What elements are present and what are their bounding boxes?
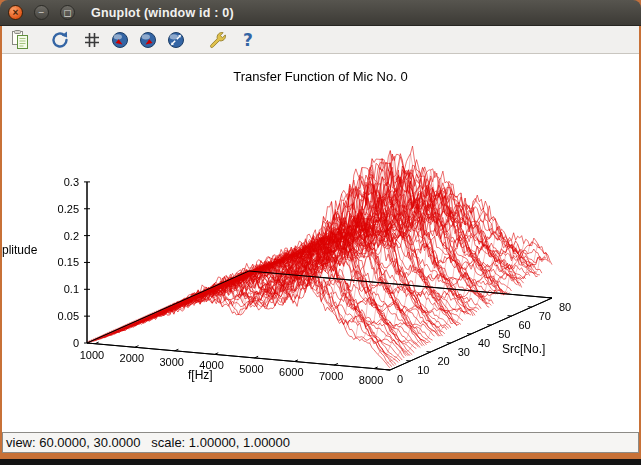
zoom-next-icon <box>138 30 158 50</box>
minimize-button[interactable]: − <box>34 5 49 20</box>
gnuplot-window: ×−◻ Gnuplot (window id : 0) ? Transfer F… <box>0 0 641 465</box>
status-bar: view: 60.0000, 30.0000 scale: 1.00000, 1… <box>2 432 639 453</box>
window-controls: ×−◻ <box>8 5 75 20</box>
x-axis-label: f[Hz] <box>188 368 213 382</box>
zoom-next-button[interactable] <box>136 28 160 52</box>
plot-canvas[interactable] <box>2 54 639 432</box>
y-axis-label: Src[No.] <box>502 342 545 356</box>
chart-title: Transfer Function of Mic No. 0 <box>2 69 639 84</box>
autoscale-icon <box>166 30 186 50</box>
close-button[interactable]: × <box>8 5 23 20</box>
window-bottom-shadow <box>0 459 641 465</box>
help-icon: ? <box>238 30 258 50</box>
replot-icon <box>50 30 70 50</box>
grid-button[interactable] <box>80 28 104 52</box>
window-frame: ? Transfer Function of Mic No. 0 plitude… <box>0 26 641 453</box>
plot-area: Transfer Function of Mic No. 0 plitude f… <box>2 54 639 432</box>
grid-icon <box>82 30 102 50</box>
zoom-previous-button[interactable] <box>108 28 132 52</box>
window-title: Gnuplot (window id : 0) <box>91 6 234 20</box>
maximize-button[interactable]: ◻ <box>60 5 75 20</box>
copy-icon <box>10 30 30 50</box>
zoom-previous-icon <box>110 30 130 50</box>
z-axis-label: plitude <box>2 243 37 257</box>
help-button[interactable]: ? <box>236 28 260 52</box>
autoscale-button[interactable] <box>164 28 188 52</box>
replot-button[interactable] <box>48 28 72 52</box>
titlebar[interactable]: ×−◻ Gnuplot (window id : 0) <box>0 0 641 26</box>
config-icon <box>208 30 228 50</box>
toolbar: ? <box>2 26 639 54</box>
status-text: view: 60.0000, 30.0000 scale: 1.00000, 1… <box>6 435 290 450</box>
copy-button[interactable] <box>8 28 32 52</box>
config-button[interactable] <box>206 28 230 52</box>
svg-text:?: ? <box>243 30 253 50</box>
